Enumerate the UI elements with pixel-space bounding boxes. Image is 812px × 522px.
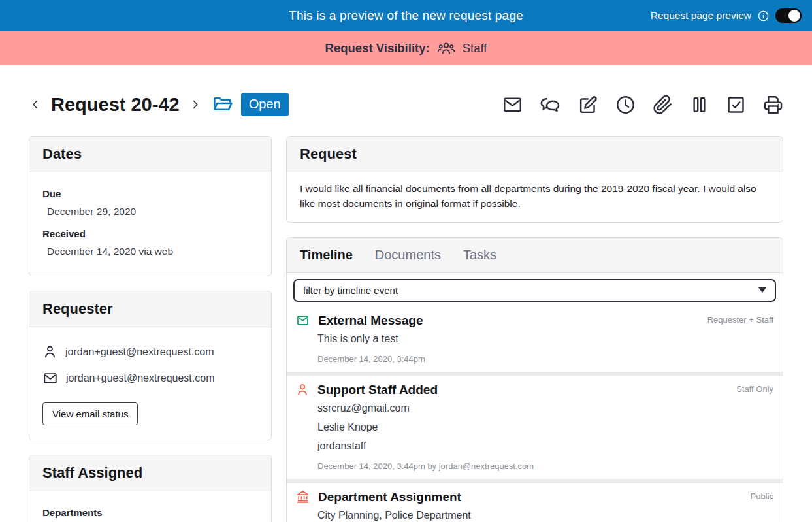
chat-icon[interactable] bbox=[540, 95, 561, 115]
event-detail: Leslie Knope bbox=[317, 419, 773, 435]
departments-label: Departments bbox=[42, 507, 258, 518]
requester-name: jordan+guest@nextrequest.com bbox=[65, 346, 214, 358]
received-label: Received bbox=[42, 228, 258, 239]
visibility-value: Staff bbox=[463, 41, 487, 56]
event-detail: This is only a test bbox=[317, 331, 773, 347]
request-header: Request 20-42 Open bbox=[29, 90, 783, 119]
event-visibility: Requester + Staff bbox=[707, 314, 773, 325]
preview-banner: This is a preview of the new request pag… bbox=[0, 0, 812, 31]
due-label: Due bbox=[42, 188, 258, 199]
envelope-icon bbox=[42, 371, 58, 385]
check-square-icon[interactable] bbox=[726, 95, 746, 115]
open-folder-icon bbox=[211, 94, 235, 115]
tab-tasks[interactable]: Tasks bbox=[463, 248, 496, 263]
dates-card: Dates Due December 29, 2020 Received Dec… bbox=[29, 136, 272, 276]
due-value: December 29, 2020 bbox=[47, 206, 258, 218]
staff-assigned-card-title: Staff Assigned bbox=[29, 455, 271, 491]
paperclip-icon[interactable] bbox=[653, 95, 673, 115]
envelope-icon[interactable] bbox=[502, 95, 523, 115]
staff-assigned-card: Staff Assigned Departments bbox=[29, 455, 272, 522]
envelope-icon bbox=[296, 314, 310, 327]
info-circle-icon[interactable] bbox=[758, 10, 769, 22]
dates-card-title: Dates bbox=[29, 137, 271, 172]
request-card-title: Request bbox=[287, 137, 783, 172]
preview-toggle-label: Request page preview bbox=[651, 10, 751, 22]
chevron-down-icon bbox=[758, 287, 766, 293]
person-icon bbox=[42, 344, 57, 359]
timeline-event: Support Staff Added Staff Only ssrcruz@g… bbox=[287, 372, 783, 479]
event-timestamp: December 14, 2020, 3:44pm bbox=[317, 354, 773, 364]
event-title: Department Assignment bbox=[318, 490, 461, 504]
event-title: External Message bbox=[318, 314, 423, 328]
toolbar bbox=[502, 95, 783, 115]
staff-group-icon bbox=[437, 41, 455, 56]
visibility-banner: Request Visibility: Staff bbox=[0, 31, 812, 65]
timeline-filter-select[interactable]: filter by timeline event bbox=[293, 279, 776, 302]
event-timestamp: December 14, 2020, 3:44pm by jordan@next… bbox=[317, 461, 773, 471]
event-visibility: Public bbox=[751, 490, 773, 501]
request-card: Request I would like all financial docum… bbox=[286, 136, 783, 223]
page-title: Request 20-42 bbox=[51, 94, 180, 116]
tab-bar: Timeline Documents Tasks bbox=[287, 238, 783, 273]
requester-card: Requester jordan+guest@nextrequest.com j… bbox=[29, 291, 272, 440]
clock-icon[interactable] bbox=[615, 95, 636, 115]
pause-icon[interactable] bbox=[690, 95, 709, 115]
preview-toggle-switch[interactable] bbox=[775, 8, 802, 23]
timeline-event: Department Assignment Public City Planni… bbox=[287, 479, 783, 522]
person-icon bbox=[296, 383, 309, 397]
tab-timeline[interactable]: Timeline bbox=[300, 248, 353, 263]
visibility-label: Request Visibility: bbox=[325, 41, 430, 56]
requester-email: jordan+guest@nextrequest.com bbox=[66, 372, 214, 384]
main-column: Request I would like all financial docum… bbox=[286, 136, 783, 522]
printer-icon[interactable] bbox=[763, 95, 783, 115]
received-value: December 14, 2020 via web bbox=[47, 246, 258, 257]
requester-card-title: Requester bbox=[29, 291, 271, 327]
edit-icon[interactable] bbox=[578, 95, 598, 115]
event-detail: City Planning, Police Department bbox=[317, 508, 773, 522]
event-detail: jordanstaff bbox=[317, 438, 773, 454]
toggle-knob bbox=[788, 10, 800, 22]
timeline-filter-value: filter by timeline event bbox=[303, 285, 398, 296]
chevron-right-icon[interactable] bbox=[189, 97, 202, 112]
event-detail: ssrcruz@gmail.com bbox=[317, 400, 773, 416]
timeline-card: Timeline Documents Tasks filter by timel… bbox=[286, 237, 783, 522]
status-badge: Open bbox=[241, 93, 289, 116]
event-visibility: Staff Only bbox=[736, 383, 773, 394]
timeline-event: External Message Requester + Staff This … bbox=[287, 307, 783, 372]
view-email-status-button[interactable]: View email status bbox=[42, 402, 138, 425]
chevron-left-icon[interactable] bbox=[29, 97, 42, 112]
requester-email-row: jordan+guest@nextrequest.com bbox=[42, 371, 258, 385]
landmark-icon bbox=[296, 490, 310, 504]
event-title: Support Staff Added bbox=[317, 383, 438, 397]
request-description: I would like all financial documents fro… bbox=[287, 172, 783, 222]
tab-documents[interactable]: Documents bbox=[375, 248, 441, 263]
sidebar: Dates Due December 29, 2020 Received Dec… bbox=[29, 136, 272, 522]
requester-name-row: jordan+guest@nextrequest.com bbox=[42, 344, 258, 359]
